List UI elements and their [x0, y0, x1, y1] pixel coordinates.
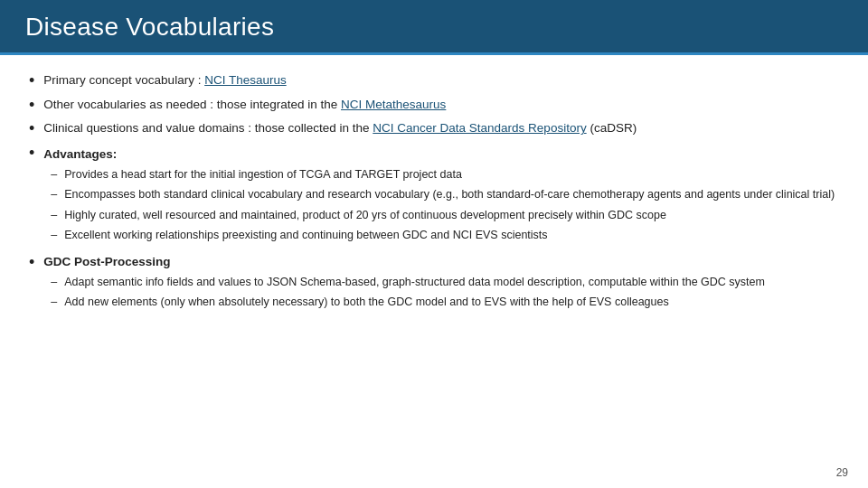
- bullet-text-3: Clinical questions and value domains : t…: [43, 119, 839, 137]
- bullet-3-suffix: (caDSR): [587, 121, 637, 135]
- gdc-text-1: Adapt semantic info fields and values to…: [64, 274, 839, 290]
- sub-dash-4: –: [51, 227, 57, 243]
- bullet-item-2: • Other vocabularies as needed : those i…: [29, 96, 839, 114]
- bullet-text-1: Primary concept vocabulary : NCI Thesaur…: [43, 71, 839, 89]
- gdc-post-block: GDC Post-Processing – Adapt semantic inf…: [43, 253, 839, 314]
- gdc-dash-2: –: [51, 294, 57, 310]
- bullet-text-2: Other vocabularies as needed : those int…: [43, 96, 839, 114]
- slide-content: • Primary concept vocabulary : NCI Thesa…: [0, 55, 868, 488]
- advantages-sub-list: – Provides a head start for the initial …: [51, 166, 839, 243]
- bullet-dot-gdc: •: [29, 254, 34, 270]
- adv-text-2: Encompasses both standard clinical vocab…: [64, 186, 839, 202]
- adv-item-3: – Highly curated, well resourced and mai…: [51, 207, 839, 223]
- slide-title: Disease Vocabularies: [25, 13, 843, 42]
- slide-header: Disease Vocabularies: [0, 0, 868, 52]
- gdc-text-2: Add new elements (only when absolutely n…: [64, 294, 839, 310]
- bullet-dot-2: •: [29, 97, 34, 113]
- advantages-label: Advantages:: [43, 147, 117, 161]
- adv-item-4: – Excellent working relationships preexi…: [51, 227, 839, 243]
- adv-text-3: Highly curated, well resourced and maint…: [64, 207, 839, 223]
- bullet-item-1: • Primary concept vocabulary : NCI Thesa…: [29, 71, 839, 89]
- bullet-dot-adv: •: [29, 145, 34, 161]
- gdc-post-label2: GDC Post-Processing: [43, 255, 170, 268]
- adv-text-1: Provides a head start for the initial in…: [64, 166, 839, 183]
- gdc-item-1: – Adapt semantic info fields and values …: [51, 274, 839, 290]
- bullet-3-prefix: Clinical questions and value domains : t…: [43, 121, 373, 135]
- adv-item-1: – Provides a head start for the initial …: [51, 166, 839, 183]
- slide: Disease Vocabularies • Primary concept v…: [0, 0, 868, 488]
- sub-dash-1: –: [51, 166, 57, 183]
- bullet-dot-3: •: [29, 120, 34, 136]
- nci-thesaurus-link[interactable]: NCI Thesaurus: [204, 73, 287, 87]
- main-bullet-list: • Primary concept vocabulary : NCI Thesa…: [29, 71, 839, 314]
- bullet-item-advantages: • Advantages: – Provides a head start fo…: [29, 144, 839, 247]
- sub-dash-3: –: [51, 207, 57, 223]
- nci-cadsr-link[interactable]: NCI Cancer Data Standards Repository: [373, 121, 586, 135]
- gdc-sub-list: – Adapt semantic info fields and values …: [51, 274, 839, 310]
- gdc-dash-1: –: [51, 274, 57, 290]
- sub-dash-2: –: [51, 186, 57, 202]
- gdc-item-2: – Add new elements (only when absolutely…: [51, 294, 839, 310]
- bullet-2-prefix: Other vocabularies as needed : those int…: [43, 98, 341, 111]
- bullet-item-3: • Clinical questions and value domains :…: [29, 119, 839, 137]
- advantages-block: Advantages: – Provides a head start for …: [43, 145, 839, 247]
- bullet-1-prefix: Primary concept vocabulary :: [43, 73, 204, 87]
- page-number: 29: [836, 466, 848, 479]
- adv-text-4: Excellent working relationships preexist…: [64, 227, 839, 243]
- bullet-item-gdc: • GDC Post-Processing – Adapt semantic i…: [29, 253, 839, 314]
- adv-item-2: – Encompasses both standard clinical voc…: [51, 186, 839, 202]
- nci-metathesaurus-link[interactable]: NCI Metathesaurus: [341, 98, 446, 111]
- bullet-dot-1: •: [29, 72, 34, 89]
